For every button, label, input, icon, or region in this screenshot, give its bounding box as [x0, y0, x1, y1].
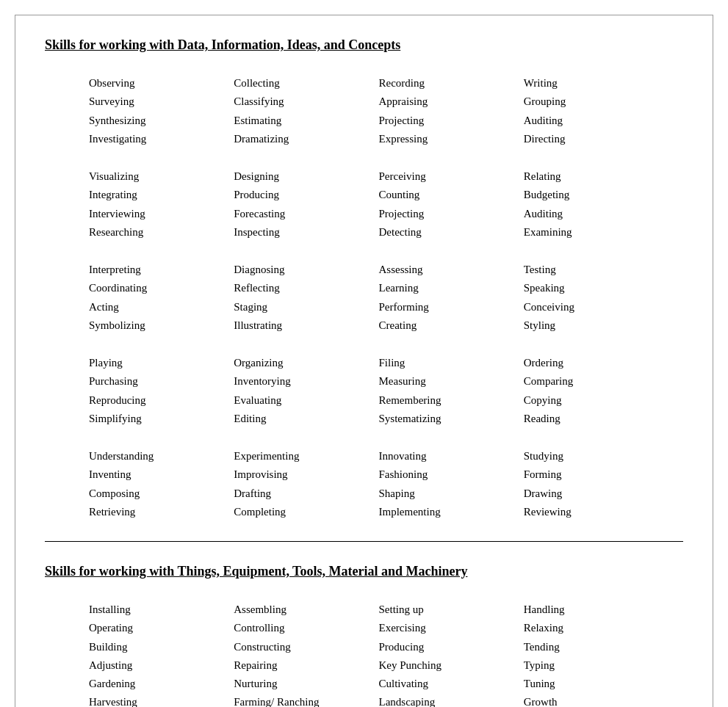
- skill-item: Integrating: [89, 186, 234, 203]
- skill-item: Completing: [234, 504, 378, 521]
- skill-item: Acting: [89, 299, 234, 316]
- skill-col-col1: PlayingPurchasingReproducingSimplifying: [89, 355, 234, 427]
- skill-item: Interpreting: [89, 261, 234, 278]
- skill-item: Systematizing: [379, 410, 524, 427]
- skill-item: Copying: [524, 392, 668, 409]
- skill-item: Controlling: [234, 620, 378, 637]
- skill-col2-col3: Setting upExercisingProducingKey Punchin…: [379, 601, 524, 707]
- skill-col2-col2: AssemblingControllingConstructingRepairi…: [234, 601, 378, 707]
- skill-item: Counting: [379, 186, 524, 203]
- skill-item: Handling: [524, 601, 668, 618]
- skill-col-col3: RecordingAppraisingProjectingExpressing: [379, 75, 524, 148]
- skills-block-0: ObservingSurveyingSynthesizingInvestigat…: [89, 75, 668, 148]
- skill-item: Adjusting: [89, 657, 234, 674]
- skill-item: Comparing: [524, 373, 668, 390]
- skill-item: Landscaping: [379, 694, 524, 707]
- skill-item: Organizing: [234, 355, 378, 371]
- skill-col-col2: CollectingClassifyingEstimatingDramatizi…: [234, 75, 378, 148]
- skill-item: Surveying: [89, 93, 234, 110]
- skill-item: Assessing: [379, 261, 524, 278]
- skill-item: Speaking: [524, 280, 668, 297]
- skill-item: Auditing: [524, 112, 668, 129]
- skill-item: Inventorying: [234, 373, 378, 390]
- skill-item: Classifying: [234, 93, 378, 110]
- skill-item: Shaping: [379, 485, 524, 502]
- skill-item: Forming: [524, 466, 668, 483]
- section2-blocks: InstallingOperatingBuildingAdjustingGard…: [45, 601, 683, 707]
- skill-item: Ordering: [524, 355, 668, 371]
- skill-col-col4: OrderingComparingCopyingReading: [524, 355, 668, 427]
- skill-item: Purchasing: [89, 373, 234, 390]
- skill-item: Experimenting: [234, 448, 378, 465]
- skill-item: Composing: [89, 485, 234, 502]
- skill-col-col3: FilingMeasuringRememberingSystematizing: [379, 355, 524, 427]
- skill-item: Creating: [379, 317, 524, 334]
- skill-item: Innovating: [379, 448, 524, 465]
- skill-item: Building: [89, 639, 234, 656]
- skill-col-col3: AssessingLearningPerformingCreating: [379, 261, 524, 334]
- skill-item: Performing: [379, 299, 524, 316]
- skill-item: Simplifying: [89, 410, 234, 427]
- skill-item: Researching: [89, 224, 234, 241]
- skill-item: Operating: [89, 620, 234, 637]
- skill-item: Typing: [524, 657, 668, 674]
- skill-col-col4: RelatingBudgetingAuditingExamining: [524, 168, 668, 241]
- skill-item: Appraising: [379, 93, 524, 110]
- skill-item: Understanding: [89, 448, 234, 465]
- skill-item: Reviewing: [524, 504, 668, 521]
- skills-block-1: VisualizingIntegratingInterviewingResear…: [89, 168, 668, 241]
- skill-item: Measuring: [379, 373, 524, 390]
- skill-item: Retrieving: [89, 504, 234, 521]
- skill-item: Playing: [89, 355, 234, 371]
- skill-item: Setting up: [379, 601, 524, 618]
- skill-item: Coordinating: [89, 280, 234, 297]
- skill-item: Cultivating: [379, 675, 524, 692]
- skill-item: Testing: [524, 261, 668, 278]
- skill-item: Illustrating: [234, 317, 378, 334]
- section1-blocks: ObservingSurveyingSynthesizingInvestigat…: [45, 75, 683, 521]
- skill-item: Fashioning: [379, 466, 524, 483]
- skill-item: Drafting: [234, 485, 378, 502]
- skill-col-col1: VisualizingIntegratingInterviewingResear…: [89, 168, 234, 241]
- skills-block-3: PlayingPurchasingReproducingSimplifyingO…: [89, 355, 668, 427]
- skill-col-col2: ExperimentingImprovisingDraftingCompleti…: [234, 448, 378, 521]
- skill-item: Styling: [524, 317, 668, 334]
- skill-item: Exercising: [379, 620, 524, 637]
- skill-item: Grouping: [524, 93, 668, 110]
- skill-item: Auditing: [524, 206, 668, 222]
- skill-col-col1: UnderstandingInventingComposingRetrievin…: [89, 448, 234, 521]
- skill-item: Recording: [379, 75, 524, 92]
- skill-item: Projecting: [379, 206, 524, 222]
- skill-col-col3: PerceivingCountingProjectingDetecting: [379, 168, 524, 241]
- skill-item: Forecasting: [234, 206, 378, 222]
- skill-item: Constructing: [234, 639, 378, 656]
- skill-item: Reading: [524, 410, 668, 427]
- skill-col-col2: OrganizingInventoryingEvaluatingEditing: [234, 355, 378, 427]
- skill-item: Symbolizing: [89, 317, 234, 334]
- skill-item: Producing: [379, 639, 524, 656]
- skills-block-2: InterpretingCoordinatingActingSymbolizin…: [89, 261, 668, 334]
- skill-item: Examining: [524, 224, 668, 241]
- skill-item: Improvising: [234, 466, 378, 483]
- skill-item: Reflecting: [234, 280, 378, 297]
- skill-item: Dramatizing: [234, 131, 378, 148]
- skill-col-col1: ObservingSurveyingSynthesizingInvestigat…: [89, 75, 234, 148]
- skill-item: Projecting: [379, 112, 524, 129]
- skills-block2-0: InstallingOperatingBuildingAdjustingGard…: [89, 601, 668, 707]
- skill-item: Writing: [524, 75, 668, 92]
- skill-item: Diagnosing: [234, 261, 378, 278]
- skill-col2-col4: HandlingRelaxingTendingTypingTuningGrowt…: [524, 601, 668, 707]
- skill-item: Investigating: [89, 131, 234, 148]
- skill-item: Growth: [524, 694, 668, 707]
- skill-item: Reproducing: [89, 392, 234, 409]
- skill-item: Relating: [524, 168, 668, 185]
- skill-col-col4: StudyingFormingDrawingReviewing: [524, 448, 668, 521]
- skill-item: Directing: [524, 131, 668, 148]
- skill-item: Interviewing: [89, 206, 234, 222]
- skill-item: Producing: [234, 186, 378, 203]
- skill-item: Collecting: [234, 75, 378, 92]
- page: Skills for working with Data, Informatio…: [15, 15, 713, 707]
- skill-item: Relaxing: [524, 620, 668, 637]
- skill-item: Editing: [234, 410, 378, 427]
- skill-item: Drawing: [524, 485, 668, 502]
